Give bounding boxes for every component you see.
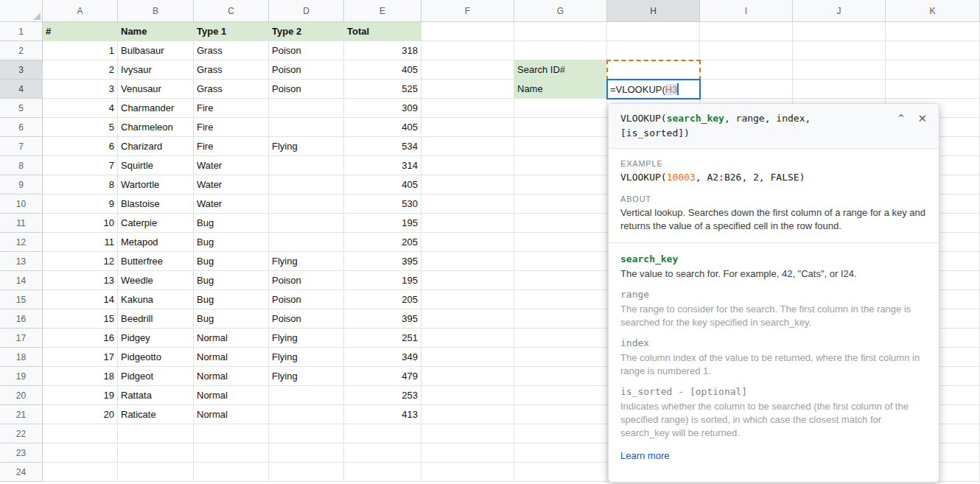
row-header-19[interactable]: 19 — [0, 367, 43, 386]
cell-A17[interactable]: 16 — [43, 329, 118, 348]
cell-B12[interactable]: Metapod — [118, 233, 194, 252]
cell-G6[interactable] — [514, 118, 607, 137]
cell-E8[interactable]: 314 — [344, 156, 421, 175]
cell-I4[interactable] — [700, 80, 793, 99]
cell-D19[interactable]: Flying — [269, 367, 344, 386]
cell-A18[interactable]: 17 — [43, 348, 118, 367]
cell-C8[interactable]: Water — [194, 156, 269, 175]
column-header-D[interactable]: D — [269, 0, 344, 22]
cell-B11[interactable]: Caterpie — [118, 214, 194, 233]
cell-D2[interactable]: Poison — [269, 41, 344, 60]
cell-D22[interactable] — [269, 424, 344, 443]
row-header-17[interactable]: 17 — [0, 329, 43, 348]
cell-A5[interactable]: 4 — [43, 99, 118, 118]
cell-F3[interactable] — [421, 60, 514, 80]
cell-H3[interactable] — [607, 60, 700, 80]
cell-A20[interactable]: 19 — [43, 386, 118, 405]
row-header-6[interactable]: 6 — [0, 118, 43, 137]
cell-B7[interactable]: Charizard — [118, 137, 194, 156]
row-header-1[interactable]: 1 — [0, 22, 43, 41]
cell-A9[interactable]: 8 — [43, 175, 118, 194]
row-header-4[interactable]: 4 — [0, 80, 43, 99]
cell-F8[interactable] — [421, 156, 514, 175]
row-header-16[interactable]: 16 — [0, 309, 43, 329]
cell-G8[interactable] — [514, 156, 607, 175]
cell-G22[interactable] — [514, 424, 607, 443]
cell-C9[interactable]: Water — [194, 175, 269, 194]
cell-G5[interactable] — [514, 99, 607, 118]
cell-G16[interactable] — [514, 309, 607, 329]
cell-F12[interactable] — [421, 233, 514, 252]
cell-J3[interactable] — [793, 60, 886, 80]
column-header-B[interactable]: B — [118, 0, 194, 22]
cell-D3[interactable]: Poison — [269, 60, 344, 80]
cell-A16[interactable]: 15 — [43, 309, 118, 329]
row-header-11[interactable]: 11 — [0, 214, 43, 233]
cell-A4[interactable]: 3 — [43, 80, 118, 99]
active-cell-editor-h4[interactable]: =VLOOKUP(H3 — [606, 79, 701, 99]
row-header-12[interactable]: 12 — [0, 233, 43, 252]
column-header-H[interactable]: H — [607, 0, 700, 22]
cell-C5[interactable]: Fire — [194, 99, 269, 118]
cell-F20[interactable] — [421, 386, 514, 405]
row-header-3[interactable]: 3 — [0, 60, 43, 80]
cell-G15[interactable] — [514, 290, 607, 309]
row-header-21[interactable]: 21 — [0, 405, 43, 424]
cell-E6[interactable]: 405 — [344, 118, 421, 137]
cell-A22[interactable] — [43, 424, 118, 443]
cell-F22[interactable] — [421, 424, 514, 443]
row-header-7[interactable]: 7 — [0, 137, 43, 156]
cell-B15[interactable]: Kakuna — [118, 290, 194, 309]
cell-F7[interactable] — [421, 137, 514, 156]
cell-E10[interactable]: 530 — [344, 194, 421, 214]
cell-E17[interactable]: 251 — [344, 329, 421, 348]
learn-more-link[interactable]: Learn more — [620, 450, 669, 461]
cell-G3[interactable]: Search ID# — [514, 60, 607, 80]
cell-A13[interactable]: 12 — [43, 252, 118, 271]
cell-G4[interactable]: Name — [514, 80, 607, 99]
cell-B5[interactable]: Charmander — [118, 99, 194, 118]
cell-C10[interactable]: Water — [194, 194, 269, 214]
cell-D9[interactable] — [269, 175, 344, 194]
cell-B14[interactable]: Weedle — [118, 271, 194, 290]
cell-F11[interactable] — [421, 214, 514, 233]
cell-B1[interactable]: Name — [118, 22, 194, 41]
cell-C2[interactable]: Grass — [194, 41, 269, 60]
cell-D24[interactable] — [269, 463, 344, 482]
cell-G17[interactable] — [514, 329, 607, 348]
cell-D4[interactable]: Poison — [269, 80, 344, 99]
cell-C22[interactable] — [194, 424, 269, 443]
cell-C23[interactable] — [194, 443, 269, 463]
row-header-14[interactable]: 14 — [0, 271, 43, 290]
cell-B21[interactable]: Raticate — [118, 405, 194, 424]
cell-G23[interactable] — [514, 443, 607, 463]
cell-F6[interactable] — [421, 118, 514, 137]
cell-D16[interactable]: Poison — [269, 309, 344, 329]
row-header-23[interactable]: 23 — [0, 443, 43, 463]
cell-F5[interactable] — [421, 99, 514, 118]
cell-B17[interactable]: Pidgey — [118, 329, 194, 348]
cell-A19[interactable]: 18 — [43, 367, 118, 386]
cell-B16[interactable]: Beedrill — [118, 309, 194, 329]
cell-B4[interactable]: Venusaur — [118, 80, 194, 99]
cell-D11[interactable] — [269, 214, 344, 233]
cell-E4[interactable]: 525 — [344, 80, 421, 99]
cell-E16[interactable]: 395 — [344, 309, 421, 329]
cell-F23[interactable] — [421, 443, 514, 463]
cell-D23[interactable] — [269, 443, 344, 463]
cell-F17[interactable] — [421, 329, 514, 348]
cell-I3[interactable] — [700, 60, 793, 80]
cell-I2[interactable] — [700, 41, 793, 60]
cell-C4[interactable]: Grass — [194, 80, 269, 99]
cell-F10[interactable] — [421, 194, 514, 214]
cell-E2[interactable]: 318 — [344, 41, 421, 60]
cell-B13[interactable]: Butterfree — [118, 252, 194, 271]
cell-D21[interactable] — [269, 405, 344, 424]
cell-K1[interactable] — [886, 22, 980, 41]
cell-A24[interactable] — [43, 463, 118, 482]
cell-F21[interactable] — [421, 405, 514, 424]
cell-F13[interactable] — [421, 252, 514, 271]
cell-C17[interactable]: Normal — [194, 329, 269, 348]
column-header-F[interactable]: F — [421, 0, 514, 22]
cell-A1[interactable]: # — [43, 22, 118, 41]
